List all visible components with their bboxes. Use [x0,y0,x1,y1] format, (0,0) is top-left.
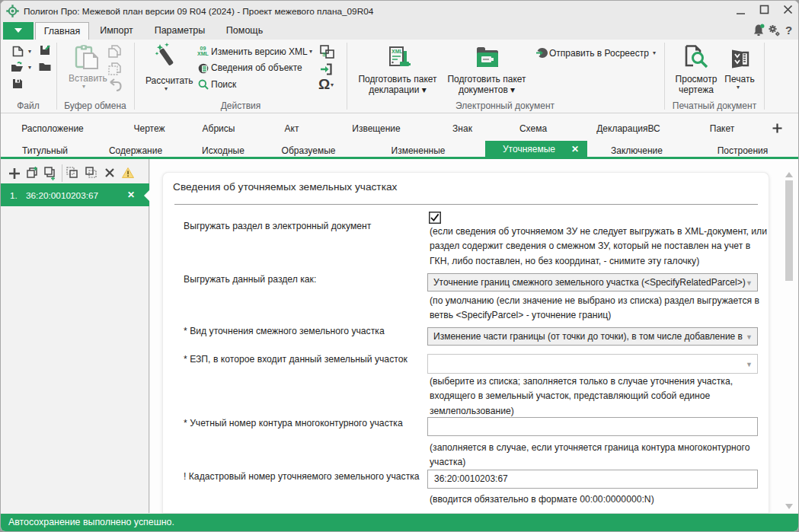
svg-text:XML: XML [392,49,404,54]
svg-text:S: S [322,51,327,58]
